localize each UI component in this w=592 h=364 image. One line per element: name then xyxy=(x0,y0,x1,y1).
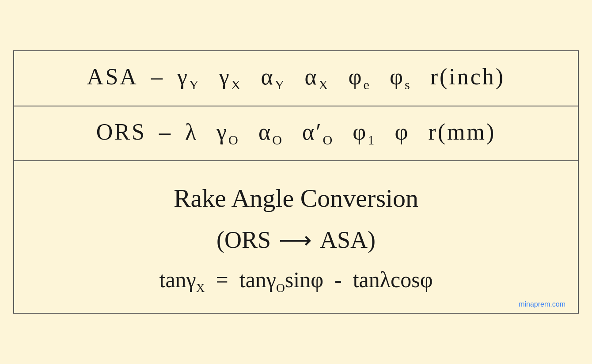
subtitle-right: ASA) xyxy=(320,226,376,254)
watermark: minaprem.com xyxy=(519,300,565,308)
ors-phi: φ xyxy=(395,119,410,145)
asa-phi-e: φe xyxy=(348,64,371,93)
ors-phi-1: φ1 xyxy=(353,119,376,148)
ors-gamma-o: γO xyxy=(216,119,240,148)
conversion-title: Rake Angle Conversion xyxy=(174,183,418,213)
ors-alpha-o: αO xyxy=(258,119,284,148)
conversion-subtitle: (ORS ⟶ ASA) xyxy=(216,226,376,254)
asa-alpha-y: αY xyxy=(261,64,286,93)
asa-dash: – xyxy=(144,64,172,90)
asa-r: r(inch) xyxy=(430,64,505,90)
asa-label: ASA xyxy=(87,64,138,90)
ors-dash: – xyxy=(152,119,180,145)
ors-label: ORS xyxy=(96,119,146,145)
main-table: ASA – γY γX αY αX φe φs r(inch) ORS xyxy=(13,50,579,314)
ors-row: ORS – λ γO αO α′O φ1 φ r(mm) xyxy=(14,106,578,161)
conversion-formula: tanγX = tanγOsinφ - tanλcosφ xyxy=(159,267,433,295)
ors-r: r(mm) xyxy=(428,119,496,145)
asa-alpha-x: αX xyxy=(304,64,330,93)
arrow-icon: ⟶ xyxy=(279,227,312,253)
ors-content: ORS – λ γO αO α′O φ1 φ r(mm) xyxy=(96,119,496,148)
subtitle-left: (ORS xyxy=(216,226,271,254)
conversion-row: Rake Angle Conversion (ORS ⟶ ASA) tanγX … xyxy=(14,161,578,313)
asa-gamma-y: γY xyxy=(177,64,201,93)
ors-alpha-prime-o: α′O xyxy=(302,119,334,148)
asa-row: ASA – γY γX αY αX φe φs r(inch) xyxy=(14,51,578,106)
asa-phi-s: φs xyxy=(390,64,412,93)
asa-content: ASA – γY γX αY αX φe φs r(inch) xyxy=(87,64,505,93)
asa-gamma-x: γX xyxy=(219,64,243,93)
ors-lambda: λ xyxy=(185,119,198,145)
